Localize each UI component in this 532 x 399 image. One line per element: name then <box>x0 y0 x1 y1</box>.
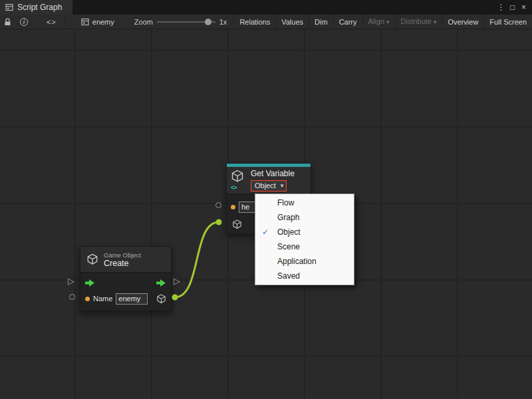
menu-item-label: Flow <box>277 198 294 207</box>
flow-out-arrow-icon[interactable] <box>156 279 166 287</box>
menu-item-label: Saved <box>277 271 300 281</box>
tab-label: Script Graph <box>17 3 62 12</box>
values-button[interactable]: Values <box>275 15 309 29</box>
create-node-header: Game Object Create <box>80 247 171 272</box>
variable-kind-menu: Flow Graph ✓ Object Scene Application Sa… <box>255 194 354 285</box>
menu-item-scene[interactable]: Scene <box>255 239 354 254</box>
graph-name: enemy <box>92 18 114 26</box>
toolbar-divider <box>65 17 65 27</box>
variable-kind-value: Object <box>255 182 276 190</box>
gameobject-port-cube-icon[interactable] <box>232 219 242 229</box>
create-game-object-node[interactable]: Game Object Create Name <box>80 246 172 311</box>
menu-item-label: Application <box>277 257 317 266</box>
zoom-slider[interactable] <box>157 15 215 29</box>
getvar-name-in-port[interactable] <box>215 202 221 208</box>
variable-kind-dropdown[interactable]: Object▾ <box>251 180 287 192</box>
distribute-button[interactable]: Distribute▾ <box>395 14 442 29</box>
flow-ports-row <box>85 276 166 289</box>
code-badge-icon: <> <box>231 184 237 191</box>
graph-toolbar: i <> enemy Zoom 1x Relations Values Dim … <box>0 15 532 29</box>
string-port-icon[interactable] <box>231 205 235 209</box>
create-node-body: Name <box>80 272 171 311</box>
gameobject-connection-wire[interactable] <box>175 222 219 297</box>
menu-item-object[interactable]: ✓ Object <box>255 225 354 239</box>
code-preview-button[interactable]: <> <box>41 18 62 26</box>
wire-end-dot[interactable] <box>216 219 222 225</box>
get-variable-header: <> Get Variable Object▾ <box>227 167 311 194</box>
create-flow-in-port[interactable]: ▷ <box>68 276 74 286</box>
close-icon[interactable]: × <box>518 0 529 15</box>
node-title: Get Variable <box>251 170 307 178</box>
get-variable-header-text: Get Variable Object▾ <box>251 170 307 190</box>
get-variable-icon: <> <box>231 170 247 190</box>
graph-canvas[interactable]: <> Get Variable Object▾ he <box>0 29 532 399</box>
distribute-label: Distribute <box>401 17 432 25</box>
node-title: Create <box>104 259 141 268</box>
zoom-label: Zoom <box>134 18 153 26</box>
graph-breadcrumb[interactable]: enemy <box>77 18 118 26</box>
flow-in-arrow-icon[interactable] <box>85 279 95 287</box>
align-caret-icon: ▾ <box>386 19 390 25</box>
gameobject-output-cube-icon[interactable] <box>156 294 166 304</box>
lock-icon <box>4 18 11 26</box>
window-menu-icon[interactable]: ⋮ <box>495 0 507 15</box>
zoom-value: 1x <box>219 18 227 26</box>
tab-script-graph[interactable]: Script Graph <box>0 0 72 15</box>
name-port-label: Name <box>93 295 112 303</box>
cube-icon <box>86 253 98 265</box>
dim-button[interactable]: Dim <box>309 15 333 29</box>
info-button[interactable]: i <box>16 15 32 29</box>
check-icon: ✓ <box>262 225 269 239</box>
relations-button[interactable]: Relations <box>233 15 275 29</box>
overview-button[interactable]: Overview <box>442 15 484 29</box>
create-name-in-port[interactable] <box>69 294 75 300</box>
node-category: Game Object <box>104 251 141 259</box>
cube-icon <box>231 170 244 183</box>
menu-item-application[interactable]: Application <box>255 254 354 269</box>
menu-item-label: Graph <box>277 213 299 222</box>
name-port-row: Name <box>85 292 166 305</box>
toolbar-buttons: Relations Values Dim Carry Align▾ Distri… <box>233 15 532 29</box>
create-node-titles: Game Object Create <box>104 251 141 268</box>
string-port-icon[interactable] <box>85 297 90 301</box>
lock-button[interactable] <box>0 15 16 29</box>
zoom-slider-handle[interactable] <box>205 19 211 25</box>
menu-item-label: Scene <box>277 242 300 251</box>
name-input[interactable] <box>116 293 148 305</box>
carry-button[interactable]: Carry <box>333 15 362 29</box>
titlebar: Script Graph ⋮ □ × <box>0 0 532 15</box>
full-screen-button[interactable]: Full Screen <box>483 15 532 29</box>
wire-start-dot[interactable] <box>172 295 178 301</box>
menu-item-flow[interactable]: Flow <box>255 196 354 210</box>
distribute-caret-icon: ▾ <box>434 19 437 25</box>
create-flow-out-port[interactable]: ▷ <box>174 276 180 286</box>
menu-item-saved[interactable]: Saved <box>255 269 354 283</box>
menu-item-graph[interactable]: Graph <box>255 210 354 225</box>
menu-item-label: Object <box>277 227 301 237</box>
window-controls: ⋮ □ × <box>495 0 532 15</box>
info-icon: i <box>20 18 28 26</box>
maximize-icon[interactable]: □ <box>507 0 518 15</box>
graph-icon <box>81 18 89 26</box>
align-button[interactable]: Align▾ <box>362 14 395 29</box>
align-label: Align <box>368 17 384 25</box>
script-graph-icon <box>5 3 13 11</box>
kind-caret-icon: ▾ <box>281 182 284 190</box>
